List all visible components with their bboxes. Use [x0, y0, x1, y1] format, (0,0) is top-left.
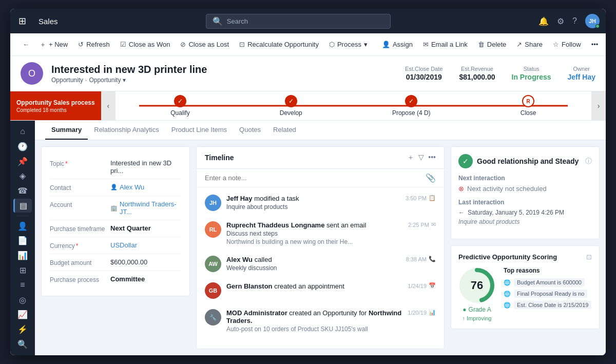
last-int-date-text: Saturday, January 5, 2019 4:26 PM	[468, 209, 564, 216]
next-activity-text: Next activity not scheduled	[467, 185, 547, 193]
note-input[interactable]	[205, 174, 421, 182]
process-step-qualify[interactable]: ✓ Qualify	[170, 95, 189, 117]
step-close-label: Close	[521, 109, 536, 117]
sidenav-home[interactable]: ⌂	[13, 125, 32, 139]
search-icon: 🔍	[213, 16, 223, 26]
ti-time: 3:50 PM 📋	[406, 195, 436, 201]
sidenav-automation[interactable]: ⚡	[13, 322, 32, 336]
tab-relationship-analytics[interactable]: Relationship Analytics	[88, 121, 165, 140]
sidenav-recent[interactable]: 🕐	[13, 140, 32, 154]
tab-product-line-items[interactable]: Product Line Items	[165, 121, 233, 140]
close-lost-button[interactable]: ⊘Close as Lost	[176, 39, 233, 50]
record-dropdown-icon[interactable]: ▾	[123, 76, 126, 84]
app-title: Sales	[38, 17, 58, 26]
opp-icon: 📊	[429, 309, 436, 316]
owner-value[interactable]: Jeff Hay	[568, 73, 595, 81]
insight-status-icon: ✓	[458, 154, 473, 168]
scoring-title: Predictive Opportunity Scoring	[458, 253, 586, 261]
currency-value[interactable]: USDollar	[110, 241, 181, 249]
add-timeline-icon[interactable]: ＋	[407, 153, 414, 162]
search-bar[interactable]: 🔍	[206, 14, 391, 29]
email-link-button[interactable]: ✉Email a Link	[419, 39, 472, 50]
grid-icon[interactable]: ⊞	[16, 13, 28, 29]
back-arrow-icon: ←	[458, 209, 465, 216]
assign-button[interactable]: 👤Assign	[378, 39, 417, 50]
task-icon: 📋	[429, 195, 436, 201]
last-int-date: ← Saturday, January 5, 2019 4:26 PM	[458, 209, 592, 216]
process-prev-button[interactable]: ‹	[101, 91, 116, 120]
new-button[interactable]: ＋+ New	[35, 38, 72, 51]
more-button[interactable]: •••	[587, 39, 603, 50]
purchase-process-value[interactable]: Committee	[110, 275, 181, 283]
help-icon[interactable]: ?	[572, 16, 577, 26]
avatar-rl: RL	[205, 221, 221, 238]
close-lost-icon: ⊘	[180, 41, 186, 48]
more-timeline-icon[interactable]: •••	[428, 153, 436, 162]
warn-icon: ⊗	[458, 185, 464, 193]
follow-button[interactable]: ☆Follow	[549, 39, 585, 50]
close-won-icon: ☑	[120, 41, 126, 48]
form-row-purchase-process: Purchase process Committee	[50, 271, 181, 288]
owner-meta: Owner Jeff Hay	[568, 66, 595, 81]
account-value[interactable]: 🏢 Northwind Traders-JT...	[110, 200, 181, 216]
tab-summary[interactable]: Summary	[45, 121, 88, 140]
process-button[interactable]: ⬡Process▾	[325, 39, 372, 50]
process-step-propose[interactable]: ✓ Propose (4 D)	[392, 95, 431, 117]
purchase-timeframe-value[interactable]: Next Quarter	[110, 224, 181, 232]
recalculate-button[interactable]: ⊡Recalculate Opportunity	[235, 39, 323, 50]
ti-header: Gern Blanston created an appointment 1/2…	[226, 282, 436, 290]
sidenav-pinned[interactable]: 📌	[13, 155, 32, 168]
avatar-status-dot	[595, 24, 600, 28]
budget-value[interactable]: $600,000.00	[110, 258, 181, 266]
record-icon: O	[21, 62, 43, 85]
sidenav-search[interactable]: 🔍	[13, 337, 32, 351]
contact-value[interactable]: 👤 Alex Wu	[110, 183, 181, 191]
sidenav-users[interactable]: 👤	[13, 219, 32, 233]
process-next-button[interactable]: ›	[591, 91, 606, 120]
step-propose-circle: ✓	[405, 95, 417, 107]
process-step-develop[interactable]: ✓ Develop	[280, 95, 302, 117]
last-int-note: Inquire about products	[458, 218, 592, 225]
close-won-button[interactable]: ☑Close as Won	[116, 39, 175, 50]
step-qualify-label: Qualify	[170, 109, 189, 117]
record-subtype[interactable]: Opportunity	[89, 76, 121, 84]
sidenav-products[interactable]: ⊞	[13, 263, 32, 277]
est-close-date-value: 01/30/2019	[405, 73, 442, 81]
delete-button[interactable]: 🗑Delete	[474, 39, 511, 50]
score-number: 76	[471, 279, 483, 292]
avatar[interactable]: JH	[585, 14, 600, 28]
est-close-date-meta: Est.Close Date 01/30/2019	[405, 66, 442, 81]
sidenav-activities[interactable]: ◈	[13, 169, 32, 183]
share-button[interactable]: ↗Share	[512, 39, 547, 50]
help-icon[interactable]: ⓘ	[585, 157, 592, 166]
tab-related[interactable]: Related	[267, 121, 302, 140]
step-develop-label: Develop	[280, 109, 302, 117]
sidenav-reports[interactable]: 📊	[13, 248, 32, 262]
sidenav-records[interactable]: ▤	[13, 199, 32, 213]
search-input[interactable]	[227, 17, 384, 25]
gear-icon[interactable]: ⚙	[557, 16, 564, 26]
avatar-aw: AW	[205, 256, 221, 272]
improving-label: ↑ Improving	[463, 315, 492, 321]
sidenav-catalog[interactable]: ≡	[13, 278, 32, 292]
tab-quotes[interactable]: Quotes	[233, 121, 267, 140]
bell-icon[interactable]: 🔔	[538, 16, 549, 26]
sidenav-contacts[interactable]: ☎	[13, 184, 32, 198]
record-meta: Est.Close Date 01/30/2019 Est.Revenue $8…	[405, 66, 595, 81]
back-button[interactable]: ←	[18, 39, 33, 50]
scoring-help-icon[interactable]: ⊡	[586, 253, 592, 261]
sidenav-analytics[interactable]: 📈	[13, 308, 32, 322]
sidenav-documents[interactable]: 📄	[13, 234, 32, 247]
main-content: Summary Relationship Analytics Product L…	[35, 121, 606, 355]
process-bar: Opportunity Sales process Completed 18 m…	[10, 91, 606, 121]
topic-value[interactable]: Interested in new 3D pri...	[110, 159, 181, 175]
filter-timeline-icon[interactable]: ▽	[418, 153, 424, 162]
process-step-close[interactable]: Close	[521, 95, 536, 117]
attachment-icon[interactable]: 📎	[426, 173, 436, 183]
insight-title: Good relationship and Steady	[477, 157, 581, 165]
topic-required: *	[65, 160, 68, 167]
sidenav-targeting[interactable]: ◎	[13, 293, 32, 307]
ti-extra: Northwind is building a new wing on thei…	[226, 238, 436, 245]
reason-text-2: Final Proposal Ready is no	[514, 290, 587, 298]
refresh-button[interactable]: ↺Refresh	[74, 39, 114, 50]
